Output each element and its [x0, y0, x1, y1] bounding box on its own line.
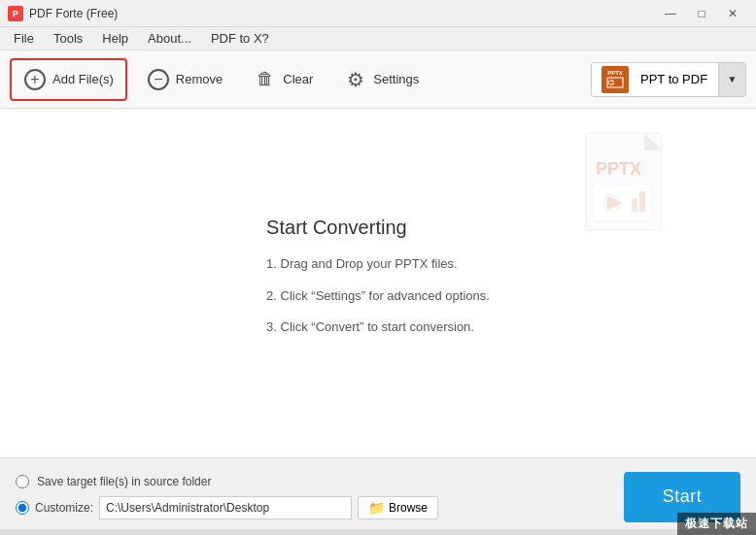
instructions-panel: Start Converting 1. Drag and Drop your P… [247, 197, 509, 369]
browse-button[interactable]: 📁 Browse [358, 496, 438, 519]
menu-item-about[interactable]: About... [138, 27, 201, 50]
trash-icon: 🗑 [257, 69, 274, 89]
pptx-type-icon: PPTX [601, 66, 629, 93]
svg-text:PPTX: PPTX [596, 159, 641, 179]
gear-icon: ⚙ [347, 68, 364, 91]
clear-button[interactable]: 🗑 Clear [242, 58, 325, 101]
pptx-watermark-visual: PPTX [581, 128, 678, 245]
close-button[interactable]: ✕ [717, 4, 748, 23]
conversion-type-text: PPT to PDF [640, 72, 707, 86]
bottom-bar: Save target file(s) in source folder Cus… [0, 457, 756, 535]
folder-icon: 📁 [368, 500, 385, 516]
window-controls: — □ ✕ [655, 4, 748, 23]
customize-row: Customize: 📁 Browse [16, 496, 612, 519]
main-content-area: Start Converting 1. Drag and Drop your P… [0, 109, 756, 457]
conversion-type-label: PPTX PPT to PDF [592, 63, 718, 96]
plus-circle-icon: + [24, 69, 46, 90]
chevron-down-icon: ▼ [728, 74, 738, 84]
conversion-selector: PPTX PPT to PDF ▼ [591, 62, 746, 97]
remove-label: Remove [176, 72, 223, 86]
progress-bar-area [0, 529, 756, 535]
output-options: Save target file(s) in source folder Cus… [16, 475, 612, 519]
toolbar: + Add File(s) − Remove 🗑 Clear ⚙ Setting… [0, 50, 756, 109]
clear-icon: 🗑 [254, 68, 277, 91]
menu-item-help[interactable]: Help [92, 27, 138, 50]
step3-text: 3. Click “Convert” to start conversion. [266, 318, 490, 338]
svg-rect-11 [639, 191, 645, 212]
add-files-icon: + [23, 68, 47, 91]
menu-bar: File Tools Help About... PDF to X? [0, 27, 756, 50]
menu-item-tools[interactable]: Tools [44, 27, 92, 50]
save-source-label: Save target file(s) in source folder [37, 475, 211, 488]
site-watermark: 极速下载站 [677, 513, 756, 535]
start-converting-title: Start Converting [266, 217, 490, 239]
customize-radio[interactable] [16, 501, 29, 515]
minimize-button[interactable]: — [655, 4, 686, 23]
settings-label: Settings [373, 72, 419, 86]
add-files-label: Add File(s) [52, 72, 114, 86]
output-path-input[interactable] [99, 496, 352, 519]
remove-icon: − [147, 68, 170, 91]
app-icon: P [8, 6, 23, 21]
title-bar-left: P PDF Forte (Free) [8, 6, 118, 21]
minus-circle-icon: − [148, 69, 169, 90]
svg-rect-10 [632, 198, 637, 212]
save-source-radio[interactable] [16, 475, 29, 488]
save-source-row: Save target file(s) in source folder [16, 475, 612, 488]
clear-label: Clear [283, 72, 313, 86]
conversion-dropdown-button[interactable]: ▼ [718, 62, 745, 97]
customize-label: Customize: [35, 501, 93, 515]
app-title: PDF Forte (Free) [29, 7, 118, 20]
add-files-button[interactable]: + Add File(s) [10, 58, 127, 101]
pptx-file-icon: PPTX [581, 128, 678, 245]
browse-label: Browse [389, 501, 428, 515]
remove-button[interactable]: − Remove [135, 58, 234, 101]
settings-button[interactable]: ⚙ Settings [332, 58, 430, 101]
pptx-slide-icon [606, 77, 624, 88]
maximize-button[interactable]: □ [686, 4, 717, 23]
settings-icon: ⚙ [344, 68, 367, 91]
title-bar: P PDF Forte (Free) — □ ✕ [0, 0, 756, 27]
step2-text: 2. Click “Settings” for advanced options… [266, 286, 490, 307]
menu-item-pdftox[interactable]: PDF to X? [201, 27, 279, 50]
menu-item-file[interactable]: File [4, 27, 44, 50]
step1-text: 1. Drag and Drop your PPTX files. [266, 254, 490, 275]
